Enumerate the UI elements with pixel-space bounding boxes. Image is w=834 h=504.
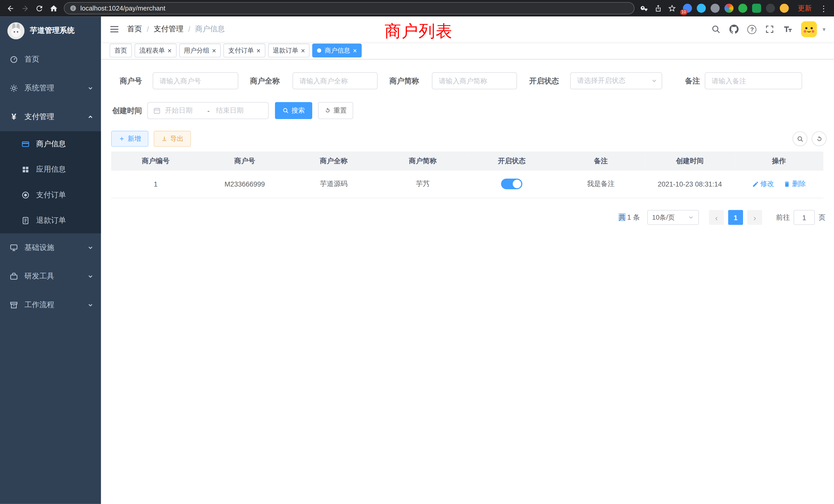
target-icon: [21, 191, 30, 199]
profile-avatar-icon[interactable]: [780, 4, 789, 13]
app-logo[interactable]: 芋道管理系统: [0, 17, 101, 45]
merchant-no-label: 商户号: [111, 72, 142, 89]
sidebar-item-home[interactable]: 首页: [0, 45, 101, 74]
password-key-icon[interactable]: [640, 4, 649, 12]
delete-link[interactable]: 删除: [784, 179, 806, 189]
search-icon: [796, 135, 804, 142]
extension-icon[interactable]: [752, 4, 761, 13]
cell-remark: 我是备注: [556, 171, 645, 198]
tab-label: 首页: [114, 46, 127, 55]
refresh-table-button[interactable]: [812, 131, 827, 146]
font-size-icon[interactable]: [783, 24, 793, 34]
user-avatar[interactable]: [802, 21, 817, 37]
sidebar-item-pay-order[interactable]: 支付订单: [0, 182, 101, 208]
page-size-select[interactable]: 10条/页: [647, 210, 699, 225]
avatar-caret-icon[interactable]: ▾: [822, 26, 825, 32]
toggle-search-button[interactable]: [792, 131, 807, 146]
forward-icon[interactable]: [21, 4, 29, 13]
sidebar-item-dev-tools[interactable]: 研发工具: [0, 262, 101, 291]
col-status: 开启状态: [467, 152, 556, 171]
refresh-icon: [325, 107, 331, 114]
tab-close-icon[interactable]: ×: [301, 47, 305, 54]
goto-page-input[interactable]: [794, 210, 815, 225]
remark-input[interactable]: [705, 72, 802, 89]
breadcrumb-item-payment[interactable]: 支付管理: [154, 24, 183, 34]
pencil-icon: [752, 180, 759, 187]
sidebar-item-system[interactable]: 系统管理: [0, 74, 101, 102]
export-button-label: 导出: [170, 134, 183, 143]
search-icon[interactable]: [711, 24, 721, 34]
cell-full-name: 芋道源码: [289, 171, 378, 198]
sidebar: 芋道管理系统 首页 系统管理 ¥ 支付管理: [0, 17, 101, 504]
tab-home[interactable]: 首页: [110, 44, 132, 58]
col-create-time: 创建时间: [645, 152, 734, 171]
search-button[interactable]: 搜索: [275, 102, 312, 119]
extension-icon[interactable]: [710, 4, 720, 13]
next-page-button[interactable]: ›: [747, 210, 762, 225]
fullscreen-icon[interactable]: [765, 24, 775, 34]
chevron-up-icon: [87, 114, 94, 120]
hamburger-icon[interactable]: [109, 24, 120, 35]
page-content: 商户号 商户全称 商户简称 开启状态 请选择开启状态 备注: [101, 60, 834, 504]
tab-process-form[interactable]: 流程表单 ×: [135, 44, 176, 58]
merchant-no-input[interactable]: [153, 72, 239, 89]
tab-close-icon[interactable]: ×: [212, 47, 216, 54]
breadcrumb: 首页 / 支付管理 / 商户信息: [127, 24, 225, 34]
status-toggle[interactable]: [501, 179, 523, 189]
bookmark-star-icon[interactable]: [668, 4, 676, 12]
breadcrumb-item-home[interactable]: 首页: [127, 24, 142, 34]
reload-icon[interactable]: [35, 4, 44, 13]
help-icon[interactable]: ?: [747, 25, 756, 33]
sidebar-item-app-info[interactable]: 应用信息: [0, 157, 101, 182]
edit-link[interactable]: 修改: [752, 179, 774, 189]
short-name-input[interactable]: [432, 72, 517, 89]
sidebar-item-label: 退款订单: [36, 216, 66, 225]
extension-icon[interactable]: [724, 4, 733, 13]
tab-refund-order[interactable]: 退款订单 ×: [268, 44, 310, 58]
remark-label: 备注: [685, 72, 700, 89]
tab-pay-order[interactable]: 支付订单 ×: [223, 44, 265, 58]
tab-merchant-info[interactable]: 商户信息 ×: [312, 44, 362, 58]
share-icon[interactable]: [654, 4, 662, 12]
tab-close-icon[interactable]: ×: [257, 47, 261, 54]
sidebar-item-merchant-info[interactable]: 商户信息: [0, 131, 101, 157]
address-bar[interactable]: localhost:1024/pay/merchant: [64, 2, 635, 14]
create-time-range-picker[interactable]: 开始日期 - 结束日期: [147, 102, 269, 119]
sidebar-item-refund-order[interactable]: 退款订单: [0, 208, 101, 233]
current-page-button[interactable]: 1: [728, 210, 743, 225]
chrome-update-button[interactable]: 更新: [798, 3, 812, 13]
home-icon[interactable]: [49, 4, 58, 13]
chrome-menu-icon[interactable]: ⋮: [820, 4, 828, 12]
add-button[interactable]: 新增: [111, 131, 148, 147]
status-select[interactable]: 请选择开启状态: [570, 72, 662, 89]
extension-icon[interactable]: 10: [683, 4, 692, 13]
reset-button[interactable]: 重置: [318, 102, 353, 119]
back-icon[interactable]: [6, 4, 15, 13]
document-icon: [21, 216, 30, 225]
site-info-icon[interactable]: [70, 5, 76, 12]
prev-page-button[interactable]: ‹: [709, 210, 724, 225]
tab-user-group[interactable]: 用户分组 ×: [179, 44, 221, 58]
extension-badge: 10: [680, 9, 687, 15]
github-icon[interactable]: [729, 24, 739, 34]
main-area: 首页 / 支付管理 / 商户信息 商户列表 ?: [101, 17, 834, 504]
cell-merchant-id: 1: [111, 171, 200, 198]
tab-close-icon[interactable]: ×: [168, 47, 172, 54]
pagination-total: 共1 条: [619, 213, 640, 222]
sidebar-item-infrastructure[interactable]: 基础设施: [0, 233, 101, 262]
sidebar-item-payment[interactable]: ¥ 支付管理: [0, 102, 101, 131]
extension-icon[interactable]: [697, 4, 706, 13]
goto-label: 前往: [776, 213, 790, 222]
short-name-field: [432, 72, 517, 89]
sidebar-item-label: 首页: [24, 55, 39, 64]
credit-card-icon: [21, 140, 30, 148]
sidebar-item-workflow[interactable]: 工作流程: [0, 291, 101, 320]
tab-label: 支付订单: [228, 46, 254, 55]
page-unit-label: 页: [818, 213, 826, 222]
tab-close-icon[interactable]: ×: [353, 47, 357, 54]
url-text: localhost:1024/pay/merchant: [80, 5, 166, 12]
export-button[interactable]: 导出: [154, 131, 191, 147]
full-name-input[interactable]: [292, 72, 377, 89]
extension-icon[interactable]: [738, 4, 747, 13]
extension-icon[interactable]: [766, 4, 775, 13]
